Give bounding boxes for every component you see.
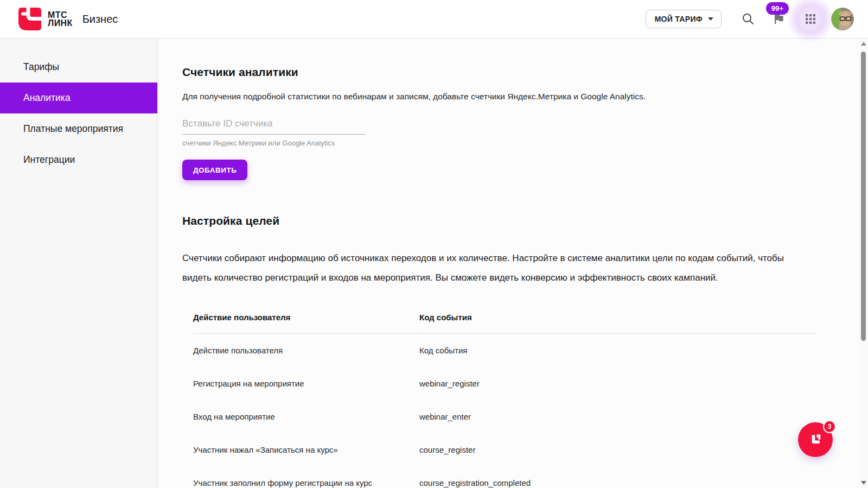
action-cell: Вход на мероприятие	[193, 400, 419, 433]
goals-table: Действие пользователя Код события Действ…	[182, 307, 816, 488]
counter-input-helper: счетчики Яндекс.Метрики или Google Analy…	[182, 139, 835, 147]
goals-description: Счетчики собирают информацию об источник…	[182, 249, 806, 288]
my-tariff-label: МОЙ ТАРИФ	[655, 15, 703, 23]
add-counter-button[interactable]: ДОБАВИТЬ	[182, 160, 247, 180]
support-chat-button[interactable]: 3	[798, 422, 833, 457]
code-cell: course_register	[419, 433, 816, 466]
action-cell: Участник нажал «Записаться на курс»	[193, 433, 419, 466]
caret-down-icon	[708, 17, 713, 21]
brand[interactable]: МТС ЛИНК Бизнес	[18, 7, 118, 31]
counters-title: Счетчики аналитики	[182, 66, 835, 79]
code-cell: course_registration_completed	[419, 466, 816, 488]
search-button[interactable]	[739, 10, 757, 28]
table-row: Участник нажал «Записаться на курс» cour…	[193, 433, 816, 466]
avatar-photo-icon	[831, 8, 854, 30]
action-cell: Участник заполнил форму регистрации на к…	[193, 466, 419, 488]
mts-link-logo-icon	[18, 7, 42, 31]
user-avatar[interactable]	[831, 8, 854, 30]
code-cell: webinar_enter	[419, 400, 816, 433]
grid-3x3-icon	[804, 12, 817, 26]
table-row: Регистрация на мероприятие webinar_regis…	[193, 367, 816, 400]
sidebar-item-label: Аналитика	[23, 92, 71, 104]
notifications-count-badge: 99+	[766, 2, 789, 15]
my-tariff-button[interactable]: МОЙ ТАРИФ	[646, 10, 722, 28]
main-content: Счетчики аналитики Для получения подробн…	[158, 39, 868, 488]
product-name: Бизнес	[82, 13, 118, 26]
apps-menu-button[interactable]	[800, 8, 821, 30]
counters-description: Для получения подробной статистики по ве…	[182, 92, 835, 102]
scroll-up-arrow-icon[interactable]	[861, 42, 866, 46]
top-header: МТС ЛИНК Бизнес МОЙ ТАРИФ 99+	[0, 0, 868, 39]
support-chat-badge: 3	[823, 420, 836, 433]
sidebar-item-paid-events[interactable]: Платные мероприятия	[0, 113, 157, 144]
sidebar: Тарифы Аналитика Платные мероприятия Инт…	[0, 39, 158, 488]
sidebar-item-tariffs[interactable]: Тарифы	[0, 52, 157, 83]
table-row: Действие пользователя Код события	[193, 334, 816, 367]
brand-name: МТС ЛИНК	[48, 11, 73, 27]
code-cell: webinar_register	[419, 367, 816, 400]
goals-section: Настройка целей Счетчики собирают информ…	[182, 214, 835, 488]
notifications-button[interactable]: 99+	[769, 10, 788, 28]
counter-id-input[interactable]	[182, 118, 366, 135]
page-scrollbar[interactable]	[859, 39, 868, 488]
mts-link-logo-icon	[806, 430, 825, 449]
scrollbar-thumb[interactable]	[861, 52, 866, 341]
sidebar-item-label: Тарифы	[23, 61, 59, 73]
table-body: Действие пользователя Код события Регист…	[193, 334, 816, 488]
table-header-row: Действие пользователя Код события	[193, 307, 816, 334]
table-header-code: Код события	[419, 307, 816, 333]
goals-title: Настройка целей	[182, 214, 835, 227]
sidebar-item-analytics[interactable]: Аналитика	[0, 83, 157, 113]
sidebar-item-label: Интеграции	[23, 154, 75, 166]
sidebar-item-integrations[interactable]: Интеграции	[0, 144, 157, 175]
scroll-down-arrow-icon[interactable]	[861, 481, 866, 485]
search-icon	[742, 12, 755, 26]
action-cell: Регистрация на мероприятие	[193, 367, 419, 400]
table-row: Участник заполнил форму регистрации на к…	[193, 466, 816, 488]
code-cell: Код события	[419, 334, 816, 367]
table-row: Вход на мероприятие webinar_enter	[193, 400, 816, 433]
analytics-counters-section: Счетчики аналитики Для получения подробн…	[182, 66, 835, 180]
action-cell: Действие пользователя	[193, 334, 419, 367]
sidebar-item-label: Платные мероприятия	[23, 123, 123, 135]
table-header-action: Действие пользователя	[193, 307, 419, 333]
